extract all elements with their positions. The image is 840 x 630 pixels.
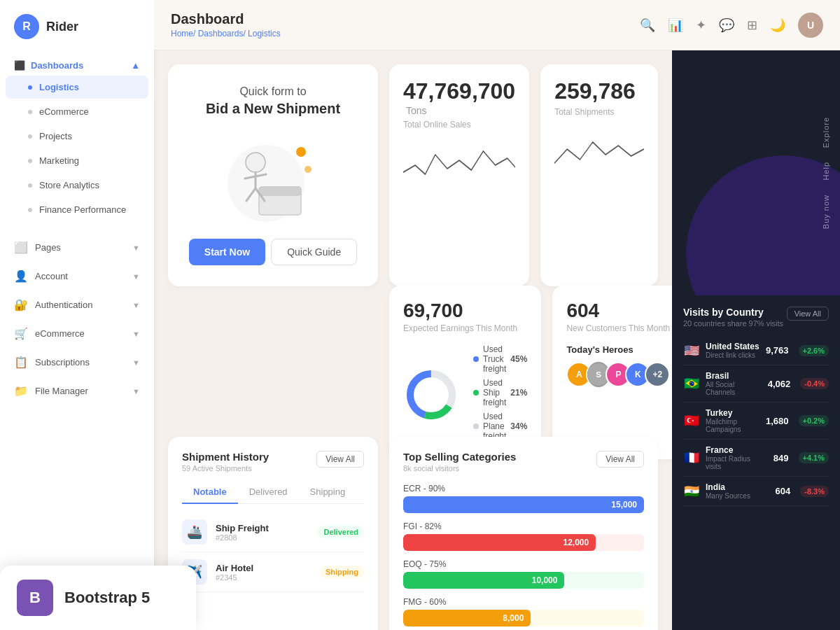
sidebar-item-finance[interactable]: Finance Performance <box>6 198 148 221</box>
bar-ecr-fill: 15,000 <box>403 496 644 513</box>
ship-freight-info: Ship Freight #2808 <box>216 523 309 542</box>
bar-fmg-fill: 8,000 <box>403 610 531 626</box>
grid-icon[interactable]: ⊞ <box>747 18 757 33</box>
fr-info: France Impact Radius visits <box>706 445 768 470</box>
header-left: Dashboard Home/ Dashboards/ Logistics <box>171 11 281 38</box>
visits-view-all[interactable]: View All <box>787 307 829 321</box>
dashboards-section[interactable]: ⬛ Dashboards ▲ <box>0 53 154 75</box>
sidebar-item-marketing[interactable]: Marketing <box>6 149 148 172</box>
quick-form-subtitle: Quick form to <box>239 85 306 98</box>
total-shipments-card: 259,786 Total Shipments <box>540 64 658 286</box>
air-hotel-status: Shipping <box>320 566 364 578</box>
top-selling-title-group: Top Selling Categories 8k social visitor… <box>403 451 516 472</box>
breadcrumb-dashboards[interactable]: Dashboards/ <box>198 29 246 38</box>
shipment-view-all[interactable]: View All <box>316 451 364 468</box>
sidebar-item-subscriptions[interactable]: 📋 Subscriptions ▼ <box>0 349 154 376</box>
settings-icon[interactable]: ✦ <box>696 18 706 33</box>
header: Dashboard Home/ Dashboards/ Logistics 🔍 … <box>154 0 840 50</box>
marketing-label: Marketing <box>39 155 79 166</box>
search-icon[interactable]: 🔍 <box>640 18 655 33</box>
legend-ship: Used Ship freight 21% <box>473 378 527 407</box>
ship-freight-name: Ship Freight <box>216 523 309 533</box>
sidebar-item-store-analytics[interactable]: Store Analytics <box>6 174 148 197</box>
chat-icon[interactable]: 💬 <box>719 18 734 33</box>
main-area: Dashboard Home/ Dashboards/ Logistics 🔍 … <box>154 0 840 630</box>
air-hotel-id: #2345 <box>216 573 312 582</box>
start-now-button[interactable]: Start Now <box>189 239 265 265</box>
bar-eoq: EOQ - 75% 10,000 <box>403 559 644 589</box>
ecommerce-nav-chevron: ▼ <box>132 330 140 338</box>
customers-label: New Customers This Month <box>566 323 670 333</box>
air-hotel-name: Air Hotel <box>216 563 312 573</box>
sidebar-item-ecommerce-nav[interactable]: 🛒 eCommerce ▼ <box>0 320 154 347</box>
customers-card: 604 New Customers This Month Today's Her… <box>552 286 672 459</box>
tab-notable[interactable]: Notable <box>182 481 238 504</box>
visits-header: Visits by Country 20 countries share 97%… <box>683 307 829 328</box>
ship-val: 21% <box>510 388 527 398</box>
country-us: 🇺🇸 United States Direct link clicks 9,76… <box>683 336 829 365</box>
explore-label[interactable]: Explore <box>822 117 830 148</box>
sidebar-item-pages[interactable]: ⬜ Pages ▼ <box>0 234 154 261</box>
us-flag: 🇺🇸 <box>683 343 700 358</box>
visits-sub: 20 countries share 97% visits <box>683 319 783 328</box>
sidebar-item-authentication[interactable]: 🔐 Authentication ▼ <box>0 291 154 318</box>
heroes-label: Today's Heroes <box>566 344 670 355</box>
fr-change: +4.1% <box>799 452 830 463</box>
sidebar-item-file-manager[interactable]: 📁 File Manager ▼ <box>0 377 154 405</box>
air-hotel-info: Air Hotel #2345 <box>216 563 312 582</box>
br-change: -0.4% <box>800 378 829 389</box>
fr-flag: 🇫🇷 <box>683 450 700 465</box>
breadcrumb: Home/ Dashboards/ Logistics <box>171 29 281 38</box>
country-tr: 🇹🇷 Turkey Mailchimp Campaigns 1,680 +0.2… <box>683 402 829 440</box>
sidebar-item-projects[interactable]: Projects <box>6 125 148 148</box>
bar-fgi: FGI - 82% 12,000 <box>403 522 644 551</box>
total-sales-label: Total Online Sales <box>403 120 515 130</box>
total-sales-unit: Tons <box>406 105 427 116</box>
auth-label: Authentication <box>35 300 125 310</box>
country-fr: 🇫🇷 France Impact Radius visits 849 +4.1% <box>683 440 829 477</box>
avatar[interactable]: U <box>798 13 823 38</box>
total-sales-value: 47,769,700 <box>403 78 515 104</box>
svg-rect-2 <box>259 187 301 195</box>
top-selling-view-all[interactable]: View All <box>596 451 644 468</box>
fr-source: Impact Radius visits <box>706 455 768 470</box>
theme-icon[interactable]: 🌙 <box>770 18 785 33</box>
projects-label: Projects <box>39 131 72 141</box>
fr-value: 849 <box>774 453 789 463</box>
sidebar-item-ecommerce[interactable]: eCommerce <box>6 100 148 123</box>
donut-chart <box>403 367 459 423</box>
shipment-title-group: Shipment History 59 Active Shipments <box>182 451 269 472</box>
sidebar-item-account[interactable]: 👤 Account ▼ <box>0 262 154 290</box>
truck-dot <box>473 356 479 362</box>
in-source: Many Sources <box>706 492 770 500</box>
ship-freight-id: #2808 <box>216 533 309 542</box>
breadcrumb-home[interactable]: Home/ <box>171 29 195 38</box>
ship-freight-icon: 🚢 <box>182 519 207 545</box>
breadcrumb-current: Logistics <box>248 29 281 38</box>
tab-shipping[interactable]: Shipping <box>299 481 357 504</box>
bars-container: ECR - 90% 15,000 FGI - 82% 12,000 <box>403 484 644 630</box>
total-shipments-value: 259,786 <box>554 78 636 104</box>
chart-icon[interactable]: 📊 <box>668 18 683 33</box>
quick-guide-button[interactable]: Quick Guide <box>271 239 357 265</box>
visits-title: Visits by Country <box>683 307 783 318</box>
tab-delivered[interactable]: Delivered <box>238 481 299 504</box>
subscriptions-chevron: ▼ <box>132 358 140 367</box>
us-source: Direct link clicks <box>706 351 760 359</box>
active-dot <box>28 85 32 90</box>
help-label[interactable]: Help <box>822 162 830 181</box>
bottom-stats-row: 69,700 Expected Earnings This Month <box>168 286 658 426</box>
in-change: -8.3% <box>800 486 829 497</box>
tr-info: Turkey Mailchimp Campaigns <box>706 408 760 433</box>
countries-list: 🇺🇸 United States Direct link clicks 9,76… <box>683 336 829 506</box>
buy-now-label[interactable]: Buy now <box>822 195 830 229</box>
account-chevron: ▼ <box>132 272 140 281</box>
bar-eoq-label: EOQ - 75% <box>403 559 644 569</box>
ecommerce-label: eCommerce <box>39 106 89 117</box>
quick-form-actions: Start Now Quick Guide <box>189 239 357 265</box>
sales-chart <box>403 141 515 183</box>
sidebar-item-logistics[interactable]: Logistics <box>6 76 148 99</box>
in-name: India <box>706 482 770 492</box>
customers-value: 604 <box>566 300 670 322</box>
page-title: Dashboard <box>171 11 281 27</box>
